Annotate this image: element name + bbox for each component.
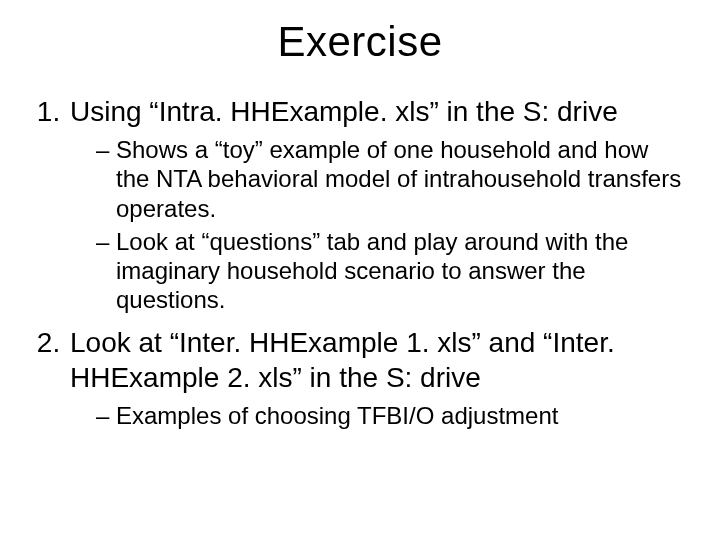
slide: Exercise Using “Intra. HHExample. xls” i… xyxy=(0,0,720,540)
list-item-text: Using “Intra. HHExample. xls” in the S: … xyxy=(70,96,618,127)
list-item: Look at “Inter. HHExample 1. xls” and “I… xyxy=(68,325,682,430)
sub-list: Examples of choosing TFBI/O adjustment xyxy=(70,401,682,430)
sub-list-item: Examples of choosing TFBI/O adjustment xyxy=(96,401,682,430)
list-item-text: Look at “Inter. HHExample 1. xls” and “I… xyxy=(70,327,615,393)
list-item: Using “Intra. HHExample. xls” in the S: … xyxy=(68,94,682,315)
sub-list: Shows a “toy” example of one household a… xyxy=(70,135,682,315)
sub-list-item: Shows a “toy” example of one household a… xyxy=(96,135,682,223)
sub-list-item: Look at “questions” tab and play around … xyxy=(96,227,682,315)
slide-title: Exercise xyxy=(38,18,682,66)
numbered-list: Using “Intra. HHExample. xls” in the S: … xyxy=(38,94,682,430)
